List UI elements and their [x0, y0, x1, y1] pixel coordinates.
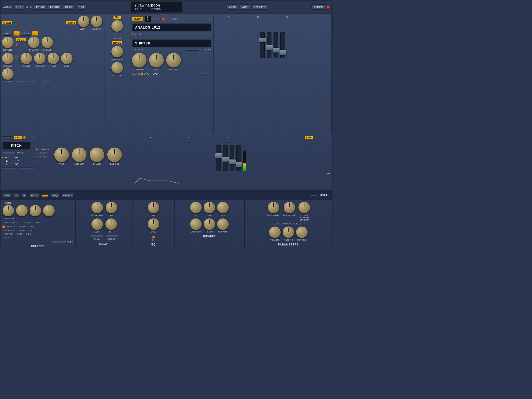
- osc1-btn[interactable]: OSC 1: [2, 31, 12, 36]
- filter-type2[interactable]: SHIFTER: [132, 39, 211, 47]
- panic-button[interactable]: PANIC: [34, 4, 46, 10]
- oct-0[interactable]: [16, 61, 16, 64]
- chord-btn[interactable]: CHORD: [62, 193, 73, 198]
- o-flt2-knob[interactable]: [42, 37, 53, 48]
- filter-btn2[interactable]: [153, 18, 161, 20]
- lfo-sync-btn[interactable]: [2, 152, 15, 154]
- osc2-mix-pwm-knob[interactable]: [34, 53, 45, 64]
- hold-btn[interactable]: HOLD: [29, 193, 39, 198]
- filter-btn3[interactable]: [186, 49, 199, 51]
- osc1-wave4[interactable]: [16, 25, 18, 27]
- lfo-btn1[interactable]: [2, 167, 18, 169]
- osc-noise-knob[interactable]: [111, 46, 123, 57]
- spread-knob[interactable]: [2, 53, 14, 64]
- low-knob[interactable]: [148, 218, 159, 230]
- mode-button[interactable]: MODE: [226, 4, 238, 10]
- fx-knob2[interactable]: [30, 205, 41, 216]
- slope-dot[interactable]: [150, 73, 152, 75]
- rotor-dot[interactable]: [3, 233, 4, 235]
- morph-btn[interactable]: [309, 195, 317, 197]
- bkg-button[interactable]: BKG: [14, 4, 24, 10]
- osc12-knob[interactable]: [111, 20, 123, 32]
- oct-plus2[interactable]: [16, 55, 16, 58]
- route2-dot[interactable]: [132, 36, 134, 38]
- hi-cut-knob[interactable]: [204, 218, 215, 230]
- filter-type1[interactable]: ANALOG LP12: [132, 23, 211, 31]
- pre-knob[interactable]: [190, 202, 202, 213]
- lfo-fadein-knob[interactable]: [107, 148, 122, 162]
- fx-knob1[interactable]: [16, 205, 28, 216]
- env-amt-knob[interactable]: [166, 53, 181, 68]
- env-a-slider[interactable]: [260, 32, 265, 58]
- sync-pm-knob[interactable]: [28, 37, 39, 48]
- osc2-small-btn1[interactable]: [16, 81, 26, 83]
- one-shot-dot[interactable]: [36, 152, 37, 154]
- reverb-mix-knob[interactable]: [217, 202, 229, 213]
- gliss-time-knob[interactable]: [284, 202, 295, 213]
- cutoff-knob[interactable]: [132, 53, 147, 68]
- a-btn[interactable]: A: [14, 193, 19, 198]
- osc2-wave1[interactable]: [16, 42, 17, 43]
- env-d-slider[interactable]: [267, 32, 271, 58]
- env-r-slider[interactable]: [280, 32, 285, 58]
- trigger-dot[interactable]: [36, 149, 37, 150]
- right-knob[interactable]: [105, 218, 117, 230]
- low-cut-knob[interactable]: [190, 218, 202, 230]
- preset-display[interactable]: 7 Jaw harpoon POLY 120BPM: [130, 1, 182, 13]
- osc1-wave2[interactable]: [16, 21, 18, 23]
- arp-button[interactable]: ARP: [240, 4, 250, 10]
- oct-plus1[interactable]: [16, 58, 16, 61]
- amp-d-slider[interactable]: [223, 145, 228, 171]
- delay-sync-btn[interactable]: [90, 235, 103, 237]
- tempo-button[interactable]: TEMPO: [311, 4, 325, 10]
- detune-knob[interactable]: [2, 37, 14, 48]
- filter-stereo-knob[interactable]: [298, 202, 310, 213]
- volume-knob[interactable]: [269, 227, 281, 238]
- lfo-w1-dot[interactable]: [2, 157, 4, 158]
- dist-dot[interactable]: [3, 222, 4, 224]
- lfo-amount-knob[interactable]: [72, 148, 87, 162]
- color-knob[interactable]: [111, 62, 123, 74]
- seq-btn[interactable]: [42, 195, 48, 197]
- lfo2-dot[interactable]: [30, 137, 31, 138]
- rec-button[interactable]: REC: [76, 4, 87, 10]
- filter1-knob[interactable]: [283, 227, 294, 238]
- ab-btn[interactable]: A+B: [3, 193, 11, 198]
- lfo-toggle[interactable]: [2, 136, 12, 138]
- osc2-btn[interactable]: OSC 2: [21, 31, 31, 36]
- env-s-slider[interactable]: [274, 32, 278, 58]
- osc2-wave3[interactable]: [16, 46, 17, 48]
- lfo-pitch-display[interactable]: PITCH: [2, 142, 31, 150]
- learn-button[interactable]: LEARN: [48, 4, 61, 10]
- type-btn[interactable]: [50, 241, 66, 243]
- b-btn[interactable]: B: [22, 193, 27, 198]
- osc2-small-btn3[interactable]: [41, 81, 51, 83]
- filter2-knob[interactable]: [296, 227, 308, 238]
- phaser-dot[interactable]: [3, 230, 4, 231]
- delay-mix-knob[interactable]: [106, 202, 117, 213]
- fx-knob3[interactable]: [43, 205, 55, 216]
- effects-button[interactable]: EFFECTS: [251, 4, 268, 10]
- seq-label-btn[interactable]: SEQ: [51, 193, 59, 198]
- global-dot[interactable]: [36, 156, 37, 157]
- amp-r-slider[interactable]: [236, 145, 241, 171]
- route1-dot[interactable]: [132, 33, 134, 35]
- lfo-phase-knob[interactable]: [90, 148, 104, 162]
- feedback-knob[interactable]: [91, 202, 103, 213]
- lfo-w4-dot[interactable]: [12, 157, 14, 158]
- osc2-wave2[interactable]: [16, 44, 17, 45]
- lfo-freq-knob[interactable]: [54, 148, 69, 162]
- lfo-btn2[interactable]: [19, 167, 34, 169]
- hi-damp-knob[interactable]: [217, 218, 229, 230]
- utils-button[interactable]: UTILS: [63, 4, 75, 10]
- send-knob[interactable]: [3, 205, 14, 216]
- high-knob[interactable]: [148, 202, 159, 213]
- osc1-wave1[interactable]: [16, 19, 18, 21]
- osc1-wave3[interactable]: [16, 23, 18, 25]
- osc1-mix-pwm-knob[interactable]: [91, 16, 102, 27]
- off-dot[interactable]: [3, 237, 4, 239]
- side-osc-knob[interactable]: [2, 68, 14, 80]
- lfo-w5-dot[interactable]: [12, 160, 14, 162]
- delay-cross-btn[interactable]: [105, 235, 118, 237]
- left-knob[interactable]: [91, 218, 103, 230]
